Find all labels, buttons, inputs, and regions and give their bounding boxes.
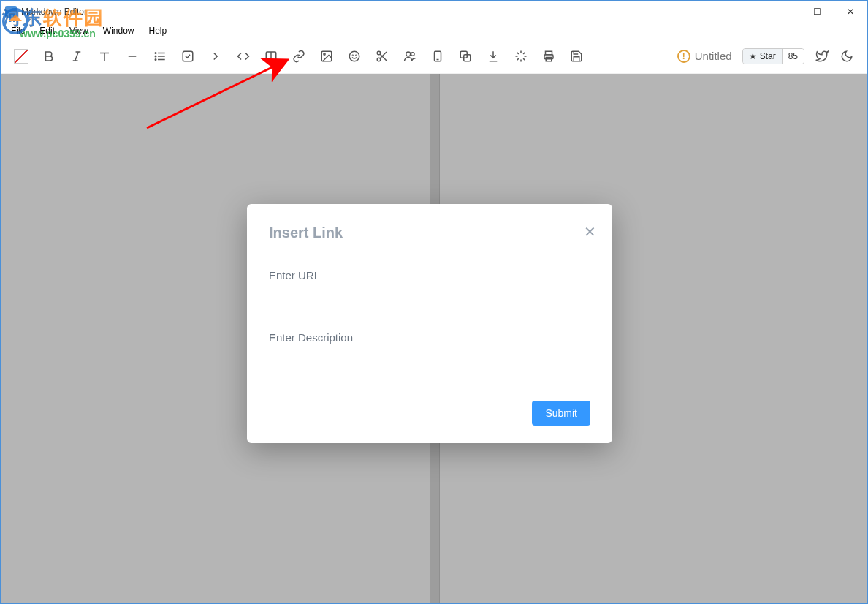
panel-icon[interactable] — [264, 49, 278, 64]
toolbar-right: ! Untitled ★ Star 85 — [677, 48, 854, 64]
toolbar: ! Untitled ★ Star 85 — [1, 39, 867, 74]
emoji-icon[interactable] — [347, 49, 362, 64]
link-icon[interactable] — [292, 49, 306, 64]
description-field: Enter Description — [269, 331, 590, 366]
scissors-icon[interactable] — [375, 49, 389, 64]
svg-point-8 — [155, 56, 156, 57]
svg-point-9 — [155, 58, 156, 60]
list-icon[interactable] — [153, 49, 167, 64]
modal-actions: Submit — [269, 401, 590, 426]
download-icon[interactable] — [486, 49, 500, 64]
titlebar: Markdown Editor — ☐ ✕ — [1, 1, 867, 23]
description-input[interactable] — [269, 348, 590, 366]
svg-point-22 — [406, 52, 411, 56]
description-label: Enter Description — [269, 331, 590, 344]
print-icon[interactable] — [541, 49, 556, 64]
modal-close-button[interactable]: ✕ — [584, 223, 596, 241]
url-field: Enter URL — [269, 269, 590, 303]
svg-point-23 — [411, 52, 415, 56]
loading-icon[interactable] — [514, 49, 528, 64]
svg-rect-10 — [183, 51, 193, 61]
svg-point-17 — [356, 55, 357, 56]
app-window: Markdown Editor — ☐ ✕ File Edit View Win… — [0, 0, 868, 604]
broken-image-icon — [14, 49, 28, 64]
minimize-button[interactable]: — — [766, 1, 800, 23]
bold-icon[interactable] — [42, 49, 56, 64]
menu-view[interactable]: View — [64, 24, 94, 37]
insert-link-modal: Insert Link ✕ Enter URL Enter Descriptio… — [247, 204, 612, 443]
url-label: Enter URL — [269, 269, 590, 282]
svg-point-16 — [352, 55, 353, 56]
twitter-icon[interactable] — [815, 49, 829, 64]
text-icon[interactable] — [97, 49, 112, 64]
menu-help[interactable]: Help — [143, 24, 173, 37]
svg-point-15 — [349, 51, 359, 61]
menu-edit[interactable]: Edit — [34, 24, 61, 37]
star-count: 85 — [783, 49, 804, 64]
close-button[interactable]: ✕ — [834, 1, 867, 23]
app-icon — [5, 6, 17, 18]
svg-line-35 — [523, 52, 525, 53]
moon-icon[interactable] — [840, 49, 854, 64]
quote-icon[interactable] — [208, 49, 223, 64]
file-status: ! Untitled — [677, 50, 732, 63]
svg-line-2 — [75, 52, 79, 61]
toolbar-left — [14, 49, 584, 64]
star-label: Star — [760, 51, 776, 61]
svg-line-34 — [517, 58, 519, 60]
svg-line-30 — [517, 52, 519, 53]
url-input[interactable] — [269, 286, 590, 303]
save-icon[interactable] — [569, 49, 584, 64]
maximize-button[interactable]: ☐ — [800, 1, 834, 23]
menu-file[interactable]: File — [5, 24, 31, 37]
star-icon: ★ — [749, 51, 757, 61]
code-icon[interactable] — [236, 49, 251, 64]
titlebar-left: Markdown Editor — [5, 6, 87, 18]
strike-icon[interactable] — [125, 49, 140, 64]
modal-title: Insert Link — [269, 224, 590, 241]
image-icon[interactable] — [319, 49, 334, 64]
menubar: File Edit View Window Help — [1, 23, 867, 39]
svg-point-14 — [324, 53, 325, 54]
tablet-icon[interactable] — [430, 49, 445, 64]
menu-window[interactable]: Window — [97, 24, 140, 37]
submit-button[interactable]: Submit — [532, 401, 590, 426]
star-badge[interactable]: ★ Star 85 — [742, 48, 804, 64]
svg-line-31 — [523, 58, 525, 60]
warning-icon: ! — [677, 50, 690, 63]
users-icon[interactable] — [403, 49, 417, 64]
star-left: ★ Star — [743, 49, 783, 64]
filename-label: Untitled — [695, 50, 732, 62]
checklist-icon[interactable] — [180, 49, 195, 64]
window-title: Markdown Editor — [21, 7, 87, 17]
italic-icon[interactable] — [69, 49, 84, 64]
svg-point-7 — [155, 52, 156, 53]
window-controls: — ☐ ✕ — [766, 1, 867, 23]
copy-icon[interactable] — [458, 49, 473, 64]
